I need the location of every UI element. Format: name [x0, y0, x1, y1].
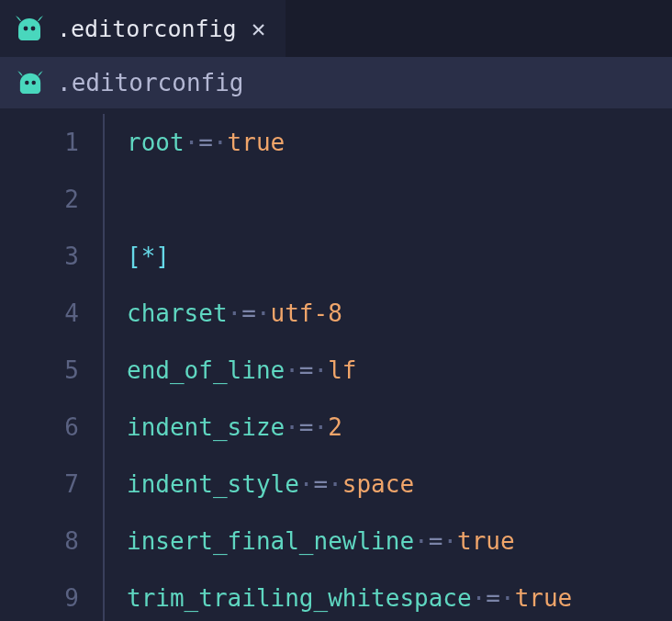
code-line[interactable]: 5end_of_line·=·lf	[0, 342, 672, 399]
line-number: 8	[0, 513, 103, 570]
breadcrumb[interactable]: .editorconfig	[0, 57, 672, 108]
code-line[interactable]: 1root·=·true	[0, 114, 672, 171]
code-line[interactable]: 3[*]	[0, 228, 672, 285]
code-line[interactable]: 8insert_final_newline·=·true	[0, 513, 672, 570]
svg-point-0	[24, 27, 28, 31]
indent-guide	[103, 114, 105, 171]
code-line[interactable]: 6indent_size·=·2	[0, 399, 672, 456]
line-number: 1	[0, 114, 103, 171]
close-icon[interactable]: ✕	[250, 15, 268, 42]
breadcrumb-label: .editorconfig	[57, 69, 244, 96]
line-number: 3	[0, 228, 103, 285]
editorconfig-icon	[17, 71, 44, 95]
editorconfig-icon	[15, 16, 44, 41]
line-number: 9	[0, 570, 103, 621]
indent-guide	[103, 342, 105, 399]
code-content: charset·=·utf-8	[127, 285, 342, 342]
code-content: root·=·true	[127, 114, 285, 171]
indent-guide	[103, 228, 105, 285]
code-line[interactable]: 2	[0, 171, 672, 228]
code-content: insert_final_newline·=·true	[127, 513, 515, 570]
code-content: end_of_line·=·lf	[127, 342, 356, 399]
indent-guide	[103, 513, 105, 570]
svg-point-2	[25, 81, 28, 85]
code-content: [*]	[127, 228, 170, 285]
code-editor[interactable]: 1root·=·true23[*]4charset·=·utf-85end_of…	[0, 108, 672, 621]
indent-guide	[103, 171, 105, 228]
line-number: 4	[0, 285, 103, 342]
indent-guide	[103, 456, 105, 513]
indent-guide	[103, 399, 105, 456]
line-number: 6	[0, 399, 103, 456]
line-number: 7	[0, 456, 103, 513]
svg-point-3	[31, 81, 35, 85]
code-line[interactable]: 9trim_trailing_whitespace·=·true	[0, 570, 672, 621]
svg-point-1	[31, 27, 36, 31]
tab-label: .editorconfig	[57, 16, 237, 42]
code-line[interactable]: 4charset·=·utf-8	[0, 285, 672, 342]
code-content: trim_trailing_whitespace·=·true	[127, 570, 572, 621]
line-number: 2	[0, 171, 103, 228]
indent-guide	[103, 570, 105, 621]
code-content: indent_size·=·2	[127, 399, 342, 456]
line-number: 5	[0, 342, 103, 399]
code-content: indent_style·=·space	[127, 456, 414, 513]
tab-editorconfig[interactable]: .editorconfig ✕	[0, 0, 286, 57]
code-line[interactable]: 7indent_style·=·space	[0, 456, 672, 513]
tab-bar: .editorconfig ✕	[0, 0, 672, 57]
indent-guide	[103, 285, 105, 342]
